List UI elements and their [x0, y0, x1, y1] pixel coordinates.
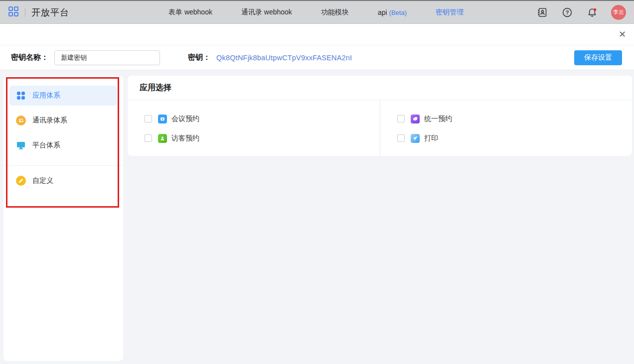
panel-title: 应用选择 — [128, 76, 632, 100]
app-item-unified-booking: 统一预约 — [397, 113, 632, 125]
key-value: Qk8QtNFjk8baUtpwCTpV9xxFASENA2nI — [216, 54, 352, 62]
sidebar-item-label: 应用体系 — [32, 91, 60, 100]
notification-dot — [594, 8, 596, 10]
app-selection-panel: 应用选择 会议预约 — [128, 76, 632, 156]
nav-item-form-webhook[interactable]: 表单 webhook — [168, 8, 212, 17]
key-name-input[interactable] — [54, 50, 160, 65]
nav-item-contacts-webhook[interactable]: 通讯录 webhook — [241, 8, 292, 17]
notification-bell-icon[interactable] — [586, 6, 598, 18]
app-item-visitor-booking: 访客预约 — [145, 132, 380, 144]
key-name-label: 密钥名称： — [11, 53, 48, 62]
key-settings-row: 密钥名称： 密钥： Qk8QtNFjk8baUtpwCTpV9xxFASENA2… — [0, 45, 634, 70]
save-settings-button[interactable]: 保存设置 — [574, 50, 622, 65]
key-label: 密钥： — [188, 53, 210, 62]
help-icon[interactable]: ? — [561, 6, 573, 18]
sidebar-item-label: 平台体系 — [32, 141, 60, 150]
contacts-book-icon[interactable] — [536, 6, 548, 18]
sidebar-item-custom[interactable]: 自定义 — [9, 171, 117, 191]
modal-header-strip: ✕ — [0, 24, 634, 45]
app-label: 访客预约 — [171, 134, 199, 143]
user-avatar[interactable]: 李云 — [611, 5, 626, 20]
svg-text:?: ? — [566, 9, 569, 15]
sidebar-item-label: 通讯录体系 — [32, 116, 67, 125]
platform-monitor-icon — [16, 140, 26, 150]
checkbox[interactable] — [145, 134, 152, 142]
nav-item-function-modules[interactable]: 功能模块 — [321, 8, 349, 17]
unified-booking-app-icon — [411, 115, 420, 123]
topbar: 开放平台 表单 webhook 通讯录 webhook 功能模块 api(Bet… — [0, 0, 634, 24]
sidebar-divider — [3, 165, 123, 166]
checkbox[interactable] — [397, 134, 405, 142]
app-grid-logo-icon[interactable] — [8, 6, 19, 19]
app-label: 统一预约 — [424, 115, 452, 123]
topbar-icons: ? 李云 — [536, 1, 626, 23]
print-app-icon — [411, 134, 420, 143]
sidebar-item-label: 自定义 — [32, 176, 53, 185]
app-item-meeting-booking: 会议预约 — [145, 113, 380, 125]
beta-badge: (Beta) — [389, 9, 407, 16]
app-column-right: 统一预约 打印 — [380, 100, 632, 155]
sidebar-item-contacts-system[interactable]: 通讯录体系 — [9, 111, 117, 130]
app-item-print: 打印 — [397, 132, 632, 144]
contacts-people-icon — [16, 116, 26, 125]
app-selection-body: 会议预约 访客预约 — [128, 100, 632, 155]
app-title: 开放平台 — [31, 6, 69, 18]
checkbox[interactable] — [397, 115, 405, 122]
sidebar-item-app-system[interactable]: 应用体系 — [9, 86, 117, 106]
checkbox[interactable] — [145, 115, 152, 122]
top-navigation: 表单 webhook 通讯录 webhook 功能模块 api(Beta) 密钥… — [168, 1, 464, 23]
nav-item-api[interactable]: api(Beta) — [378, 8, 407, 16]
close-icon[interactable]: ✕ — [619, 29, 626, 40]
custom-pencil-icon — [16, 176, 26, 186]
sidebar: 应用体系 通讯录体系 平台体系 — [3, 76, 123, 361]
brand-divider — [25, 8, 25, 17]
brand: 开放平台 — [0, 6, 69, 19]
sidebar-item-platform-system[interactable]: 平台体系 — [9, 135, 117, 155]
app-column-left: 会议预约 访客预约 — [128, 100, 380, 155]
meeting-app-icon — [158, 115, 167, 123]
app-label: 会议预约 — [171, 115, 199, 123]
app-grid-icon — [16, 91, 26, 101]
nav-item-key-management[interactable]: 密钥管理 — [436, 8, 464, 17]
visitor-app-icon — [158, 134, 167, 143]
app-label: 打印 — [424, 134, 438, 143]
